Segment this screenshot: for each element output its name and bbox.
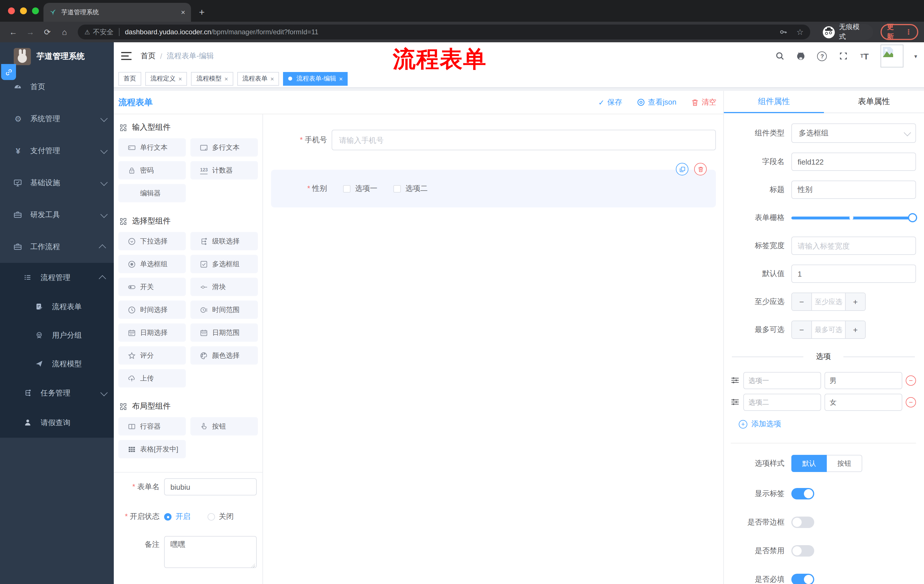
component-date-range[interactable]: 日期范围 — [190, 323, 258, 342]
phone-input[interactable] — [332, 130, 716, 150]
bookmark-star-icon[interactable]: ☆ — [797, 28, 804, 36]
forward-icon[interactable]: → — [23, 28, 38, 36]
clear-button[interactable]: 清空 — [691, 97, 716, 107]
style-default-button[interactable]: 默认 — [791, 455, 827, 472]
show-label-toggle[interactable] — [791, 488, 814, 499]
component-select[interactable]: 下拉选择 — [118, 232, 186, 250]
component-time-range[interactable]: 时间范围 — [190, 301, 258, 319]
sidebar-item-leave-query[interactable]: 请假查询 — [0, 408, 114, 438]
breadcrumb-home[interactable]: 首页 — [141, 51, 155, 61]
option-value-input[interactable] — [825, 394, 902, 411]
component-row-container[interactable]: 行容器 — [118, 417, 186, 436]
style-button-button[interactable]: 按钮 — [827, 455, 862, 472]
component-switch[interactable]: 开关 — [118, 278, 186, 296]
tag-process-model[interactable]: 流程模型× — [191, 72, 233, 86]
component-color-picker[interactable]: 颜色选择 — [190, 346, 258, 365]
remove-option-button[interactable]: − — [906, 375, 916, 386]
decrease-button[interactable]: − — [792, 293, 812, 310]
component-checkbox-group[interactable]: 多选框组 — [190, 255, 258, 273]
help-icon[interactable]: ? — [817, 51, 827, 61]
window-close-button[interactable] — [8, 7, 15, 14]
sidebar-item-devtools[interactable]: 研发工具 — [0, 199, 114, 231]
increase-button[interactable]: + — [845, 293, 865, 310]
slider-track[interactable] — [791, 216, 916, 219]
component-counter[interactable]: 123 计数器 — [190, 161, 258, 179]
sidebar-collapse-icon[interactable] — [121, 52, 132, 60]
window-controls[interactable] — [8, 7, 39, 14]
window-minimize-button[interactable] — [20, 7, 27, 14]
gender-option-2-checkbox[interactable]: 选项二 — [393, 183, 428, 194]
password-key-icon[interactable] — [779, 28, 787, 36]
github-icon[interactable] — [796, 51, 806, 61]
option-label-input[interactable] — [743, 372, 821, 389]
border-toggle[interactable] — [791, 517, 814, 528]
search-icon[interactable] — [775, 51, 785, 61]
component-multi-text[interactable]: 多行文本 — [190, 138, 258, 156]
slider-handle[interactable] — [908, 213, 917, 222]
gender-option-1-checkbox[interactable]: 选项一 — [343, 183, 377, 194]
browser-update-button[interactable]: 更新 ⋮ — [881, 24, 918, 40]
tag-home[interactable]: 首页 — [118, 72, 141, 86]
sidebar-item-process-form[interactable]: 流程表单 — [0, 293, 114, 321]
home-icon[interactable]: ⌂ — [57, 28, 72, 36]
required-toggle[interactable] — [791, 574, 814, 584]
min-select-value[interactable]: 至少应选 — [812, 293, 845, 310]
tag-process-form[interactable]: 流程表单× — [237, 72, 279, 86]
status-on-radio[interactable]: 开启 — [164, 512, 190, 522]
sidebar-item-workflow[interactable]: 工作流程 — [0, 231, 114, 263]
window-maximize-button[interactable] — [32, 7, 39, 14]
delete-component-button[interactable] — [694, 163, 707, 175]
save-button[interactable]: ✓ 保存 — [598, 97, 622, 107]
sidebar-item-user-group[interactable]: 用户分组 — [0, 321, 114, 350]
sidebar-item-process-management[interactable]: 流程管理 — [0, 263, 114, 293]
fullscreen-icon[interactable] — [838, 51, 848, 61]
component-cascader[interactable]: 级联选择 — [190, 232, 258, 250]
font-size-icon[interactable]: TT — [860, 51, 870, 61]
component-rate[interactable]: 评分 — [118, 346, 186, 365]
view-json-button[interactable]: 查看json — [637, 97, 676, 107]
canvas-field-phone[interactable]: 手机号 — [263, 130, 723, 150]
sidebar-item-task-management[interactable]: 任务管理 — [0, 378, 114, 408]
new-tab-button[interactable]: + — [199, 7, 205, 22]
add-option-button[interactable]: + 添加选项 — [739, 419, 916, 429]
tab-close-icon[interactable]: × — [181, 8, 185, 16]
increase-button[interactable]: + — [845, 321, 865, 338]
remove-option-button[interactable]: − — [906, 397, 916, 408]
avatar-caret-icon[interactable]: ▾ — [914, 53, 917, 59]
back-icon[interactable]: ← — [6, 28, 21, 36]
status-off-radio[interactable]: 关闭 — [207, 512, 234, 522]
component-time-picker[interactable]: 时间选择 — [118, 301, 186, 319]
label-width-input[interactable] — [791, 237, 916, 255]
form-name-input[interactable] — [164, 478, 257, 495]
component-upload[interactable]: 上传 — [118, 369, 186, 387]
browser-menu-icon[interactable]: ⋮ — [905, 28, 912, 36]
close-icon[interactable]: × — [271, 75, 274, 82]
drag-handle-icon[interactable] — [731, 398, 740, 407]
option-value-input[interactable] — [825, 372, 902, 389]
component-type-select[interactable]: 多选框组 — [791, 123, 916, 143]
component-date-picker[interactable]: 日期选择 — [118, 323, 186, 342]
sidebar-item-payment[interactable]: ¥ 支付管理 — [0, 135, 114, 167]
close-icon[interactable]: × — [224, 75, 228, 82]
copy-component-button[interactable] — [676, 163, 688, 175]
url-bar[interactable]: ⚠ 不安全 dashboard.yudao.iocoder.cn /bpm/ma… — [78, 25, 810, 39]
component-button[interactable]: 按钮 — [190, 417, 258, 436]
component-password[interactable]: 密码 — [118, 161, 186, 179]
max-select-value[interactable]: 最多可选 — [812, 321, 845, 338]
sidebar-item-home[interactable]: 首页 — [0, 71, 114, 103]
sidebar-item-infrastructure[interactable]: 基础设施 — [0, 167, 114, 199]
close-icon[interactable]: × — [178, 75, 182, 82]
component-slider[interactable]: 滑块 — [190, 278, 258, 296]
avatar[interactable] — [881, 44, 903, 67]
tag-process-form-edit[interactable]: 流程表单-编辑× — [283, 72, 348, 86]
component-single-text[interactable]: 单行文本 — [118, 138, 186, 156]
decrease-button[interactable]: − — [792, 321, 812, 338]
option-label-input[interactable] — [743, 394, 821, 411]
drag-handle-icon[interactable] — [731, 376, 740, 385]
tab-component-props[interactable]: 组件属性 — [724, 91, 824, 113]
field-name-input[interactable] — [791, 153, 916, 171]
app-logo[interactable]: 芋道管理系统 — [0, 42, 114, 71]
component-radio-group[interactable]: 单选框组 — [118, 255, 186, 273]
sidebar-item-system[interactable]: ⚙ 系统管理 — [0, 103, 114, 135]
title-input[interactable] — [791, 181, 916, 199]
